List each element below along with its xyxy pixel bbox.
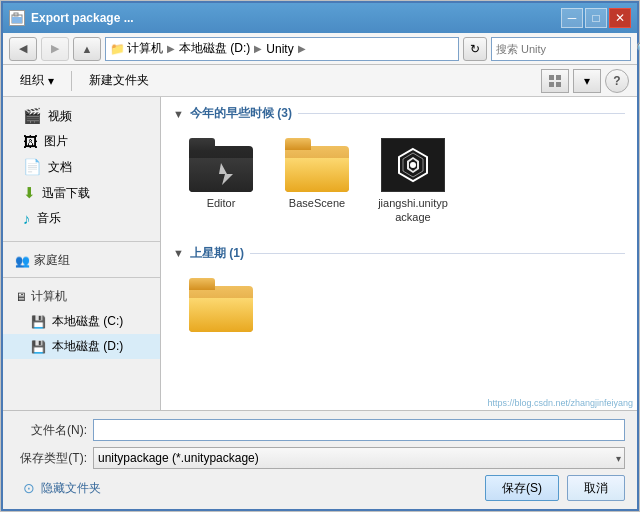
filetype-row: 保存类型(T): unitypackage (*.unitypackage) ▾ [15,447,625,469]
section-line-2 [250,253,625,254]
section-arrow-1: ▼ [173,108,184,120]
list-item[interactable]: Editor [181,134,261,229]
sidebar-item-music[interactable]: ♪ 音乐 [3,206,160,231]
view-button[interactable] [541,69,569,93]
homegroup-header[interactable]: 👥 家庭组 [3,246,160,273]
file-area: ▼ 今年的早些时候 (3) Edito [161,97,637,410]
section-title-2: 上星期 (1) [190,245,244,262]
help-button[interactable]: ? [605,69,629,93]
video-icon: 🎬 [23,107,42,125]
svg-rect-3 [549,75,554,80]
list-item[interactable]: jiangshi.unitypackage [373,134,453,229]
main-content: 🎬 视频 🖼 图片 📄 文档 ⬇ 迅雷下载 ♪ 音乐 [3,97,637,410]
filetype-select-wrapper: unitypackage (*.unitypackage) ▾ [93,447,625,469]
hide-folders-button[interactable]: ⊙ 隐藏文件夹 [15,476,109,501]
sidebar-divider-2 [3,277,160,278]
homegroup-icon: 👥 [15,254,30,268]
folder-icon [285,138,349,192]
section-title-1: 今年的早些时候 (3) [190,105,292,122]
path-bar[interactable]: 📁 计算机 ▶ 本地磁盘 (D:) ▶ Unity ▶ [105,37,459,61]
pictures-icon: 🖼 [23,133,38,150]
docs-icon: 📄 [23,158,42,176]
toolbar-separator [71,71,72,91]
svg-point-8 [410,162,416,168]
file-grid-lastweek [173,274,625,340]
file-grid-recent: Editor BaseScene [173,134,625,229]
sidebar-item-d-drive[interactable]: 💾 本地磁盘 (D:) [3,334,160,359]
file-label: BaseScene [289,196,345,210]
unity-package-icon [381,138,445,192]
sidebar-item-downloads[interactable]: ⬇ 迅雷下载 [3,180,160,206]
refresh-button[interactable]: ↻ [463,37,487,61]
computer-header[interactable]: 🖥 计算机 [3,282,160,309]
toolbar-right: ▾ ? [541,69,629,93]
filetype-label: 保存类型(T): [15,450,87,467]
folder-dark-icon [189,138,253,192]
window-title: Export package ... [31,11,561,25]
download-icon: ⬇ [23,184,36,202]
close-button[interactable]: ✕ [609,8,631,28]
drive-c-icon: 💾 [31,315,46,329]
organize-button[interactable]: 组织 ▾ [11,69,63,93]
file-label: Editor [207,196,236,210]
toolbar: 组织 ▾ 新建文件夹 ▾ ? [3,65,637,97]
action-buttons: 保存(S) 取消 [485,475,625,501]
filename-row: 文件名(N): [15,419,625,441]
search-input[interactable] [496,43,634,55]
filename-input[interactable] [93,419,625,441]
sidebar-divider-1 [3,241,160,242]
folder-icon-2 [189,278,253,332]
filetype-select[interactable]: unitypackage (*.unitypackage) [93,447,625,469]
sidebar-item-pictures[interactable]: 🖼 图片 [3,129,160,154]
address-bar: ◀ ▶ ▲ 📁 计算机 ▶ 本地磁盘 (D:) ▶ Unity ▶ ↻ 🔍 [3,33,637,65]
section-header-lastweek: ▼ 上星期 (1) [173,245,625,262]
bottom-area: 文件名(N): 保存类型(T): unitypackage (*.unitypa… [3,410,637,509]
window-controls: ─ □ ✕ [561,8,631,28]
svg-rect-5 [549,82,554,87]
music-icon: ♪ [23,210,31,227]
sidebar-item-video[interactable]: 🎬 视频 [3,103,160,129]
watermark: https://blog.csdn.net/zhangjinfeiyang [487,398,633,408]
filename-label: 文件名(N): [15,422,87,439]
window-icon [9,10,25,26]
svg-rect-6 [556,82,561,87]
sidebar-item-c-drive[interactable]: 💾 本地磁盘 (C:) [3,309,160,334]
main-window: Export package ... ─ □ ✕ ◀ ▶ ▲ 📁 计算机 ▶ 本… [1,1,639,511]
list-item[interactable] [181,274,261,340]
title-bar: Export package ... ─ □ ✕ [3,3,637,33]
sidebar-item-documents[interactable]: 📄 文档 [3,154,160,180]
button-row: ⊙ 隐藏文件夹 保存(S) 取消 [15,475,625,501]
new-folder-button[interactable]: 新建文件夹 [80,69,158,93]
drive-d-icon: 💾 [31,340,46,354]
unity-logo-svg [393,145,433,185]
path-segment-1: 计算机 ▶ 本地磁盘 (D:) ▶ Unity ▶ [127,40,308,57]
search-icon: 🔍 [636,41,640,56]
computer-icon: 🖥 [15,290,27,304]
save-button[interactable]: 保存(S) [485,475,559,501]
section-arrow-2: ▼ [173,247,184,259]
sidebar: 🎬 视频 🖼 图片 📄 文档 ⬇ 迅雷下载 ♪ 音乐 [3,97,161,410]
file-label: jiangshi.unitypackage [377,196,449,225]
list-item[interactable]: BaseScene [277,134,357,229]
svg-rect-1 [12,17,22,23]
up-button[interactable]: ▲ [73,37,101,61]
section-line-1 [298,113,625,114]
favorites-section: 🎬 视频 🖼 图片 📄 文档 ⬇ 迅雷下载 ♪ 音乐 [3,97,160,237]
search-bar: 🔍 [491,37,631,61]
cancel-button[interactable]: 取消 [567,475,625,501]
forward-button[interactable]: ▶ [41,37,69,61]
svg-rect-4 [556,75,561,80]
back-button[interactable]: ◀ [9,37,37,61]
minimize-button[interactable]: ─ [561,8,583,28]
maximize-button[interactable]: □ [585,8,607,28]
section-header-recent: ▼ 今年的早些时候 (3) [173,105,625,122]
view-arrow-button[interactable]: ▾ [573,69,601,93]
hide-folders-icon: ⊙ [23,480,35,496]
